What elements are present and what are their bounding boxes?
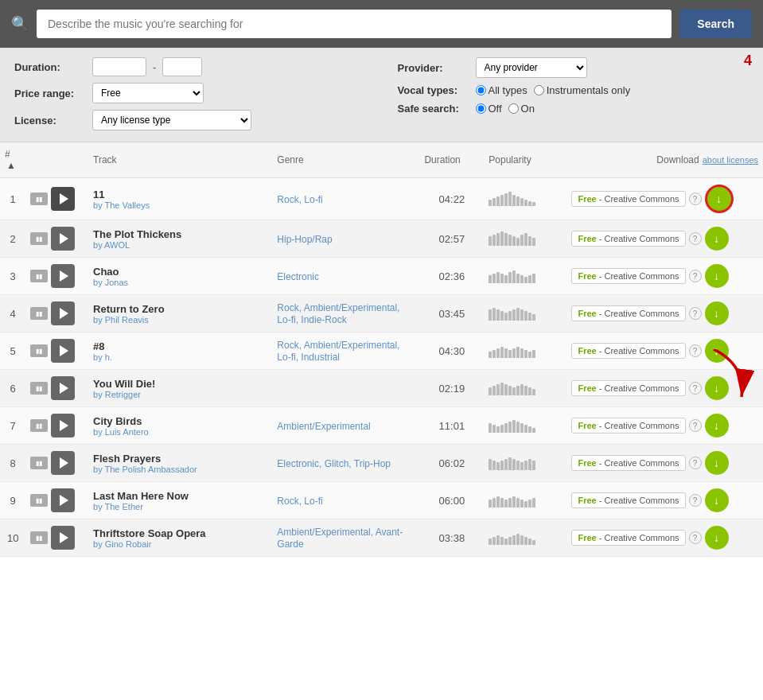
download-button[interactable]: ↓ xyxy=(705,301,729,325)
track-name[interactable]: Thriftstore Soap Opera xyxy=(93,527,267,539)
track-artist[interactable]: by h. xyxy=(93,352,267,362)
col-header-duration[interactable]: Duration xyxy=(419,142,484,178)
license-help-icon[interactable]: ? xyxy=(689,192,702,205)
play-button[interactable] xyxy=(51,264,75,288)
duration-from-input[interactable]: 00:00 xyxy=(92,57,146,76)
download-button[interactable]: ↓ xyxy=(705,227,729,251)
license-help-icon[interactable]: ? xyxy=(689,494,702,507)
col-header-track[interactable]: Track xyxy=(88,142,272,178)
genre-link[interactable]: Rock, Ambient/Experimental, Lo-fi, Indus… xyxy=(277,340,399,363)
popularity-bars xyxy=(489,493,562,508)
track-artist[interactable]: by The Ether xyxy=(93,502,267,511)
genre-link[interactable]: Hip-Hop/Rap xyxy=(277,234,332,245)
download-button[interactable]: ↓ xyxy=(705,339,729,363)
track-artist[interactable]: by Jonas xyxy=(93,278,267,287)
genre-link[interactable]: Rock, Lo-fi xyxy=(277,194,322,205)
track-name[interactable]: #8 xyxy=(93,340,267,352)
license-cell: Free - Creative Commons ? ↓ xyxy=(571,185,760,213)
vocal-instrumentals-option[interactable]: Instrumentals only xyxy=(534,84,631,96)
table-row: 4 ▮▮ Return to Zero by Phil ReavisRock, … xyxy=(0,295,763,332)
col-header-popularity[interactable]: Popularity xyxy=(484,142,566,178)
safe-search-off-radio[interactable] xyxy=(476,103,486,114)
safe-search-on-option[interactable]: On xyxy=(508,103,535,115)
track-artist[interactable]: by Phil Reavis xyxy=(93,315,267,325)
genre-link[interactable]: Rock, Lo-fi xyxy=(277,496,322,507)
row-icons-cell: ▮▮ xyxy=(25,258,88,295)
genre-link[interactable]: Electronic xyxy=(277,271,319,282)
download-button[interactable]: ↓ xyxy=(705,451,729,475)
license-help-icon[interactable]: ? xyxy=(689,419,702,432)
duration-to-input[interactable]: MAX xyxy=(162,57,202,76)
download-button[interactable]: ↓ xyxy=(705,376,729,400)
duration-label: Duration: xyxy=(14,61,86,73)
popularity-bar xyxy=(520,235,524,246)
track-name[interactable]: 11 xyxy=(93,189,267,200)
download-button[interactable]: ↓ xyxy=(705,414,729,438)
vocal-all-radio[interactable] xyxy=(476,85,486,95)
col-header-num[interactable]: # ▲ xyxy=(0,142,25,178)
license-help-icon[interactable]: ? xyxy=(689,232,702,245)
vocal-instrumentals-radio[interactable] xyxy=(534,85,544,95)
download-button[interactable]: ↓ xyxy=(705,264,729,288)
row-genre-cell: Rock, Lo-fi xyxy=(272,178,419,220)
download-button[interactable]: ↓ xyxy=(705,488,729,512)
license-help-icon[interactable]: ? xyxy=(689,457,702,469)
play-button[interactable] xyxy=(51,227,75,251)
track-artist[interactable]: by AWOL xyxy=(93,240,267,250)
play-button[interactable] xyxy=(51,526,75,550)
license-free-label: Free xyxy=(578,194,596,204)
license-filter-row: License: Any license type Creative Commo… xyxy=(14,110,366,130)
play-button[interactable] xyxy=(51,488,75,512)
row-track-cell: Return to Zero by Phil Reavis xyxy=(88,295,272,332)
price-select[interactable]: Free Any price Premium xyxy=(92,83,204,103)
popularity-bar xyxy=(496,233,500,246)
play-button[interactable] xyxy=(51,301,75,325)
track-artist[interactable]: by Gino Robair xyxy=(93,539,267,549)
row-duration-cell: 03:38 xyxy=(419,519,484,557)
safe-search-off-option[interactable]: Off xyxy=(476,103,502,115)
price-filter-row: Price range: Free Any price Premium xyxy=(14,83,366,103)
track-name[interactable]: City Birds xyxy=(93,415,267,427)
license-help-icon[interactable]: ? xyxy=(689,531,702,544)
track-name[interactable]: The Plot Thickens xyxy=(93,228,267,240)
genre-link[interactable]: Ambient/Experimental, Avant-Garde xyxy=(277,527,403,550)
provider-select[interactable]: Any provider ccMixter Free Music Archive xyxy=(476,57,587,78)
license-help-icon[interactable]: ? xyxy=(689,270,702,282)
play-button[interactable] xyxy=(51,376,75,400)
play-button[interactable] xyxy=(51,339,75,363)
track-name[interactable]: Chao xyxy=(93,266,267,278)
download-button[interactable]: ↓ xyxy=(705,185,734,213)
row-genre-cell: Electronic xyxy=(272,258,419,295)
license-help-icon[interactable]: ? xyxy=(689,382,702,395)
search-button[interactable]: Search xyxy=(679,10,752,38)
popularity-bar xyxy=(492,198,496,206)
download-button[interactable]: ↓ xyxy=(705,526,729,550)
col-header-genre[interactable]: Genre xyxy=(272,142,419,178)
vocal-all-option[interactable]: All types xyxy=(476,84,527,96)
track-artist[interactable]: by The Polish Ambassador xyxy=(93,465,267,474)
popularity-bar xyxy=(520,535,524,545)
track-artist[interactable]: by Luis Antero xyxy=(93,427,267,437)
popularity-bar xyxy=(489,200,492,206)
row-icons-cell: ▮▮ xyxy=(25,482,88,519)
track-artist[interactable]: by Retrigger xyxy=(93,390,267,399)
popularity-bar xyxy=(528,275,531,283)
track-name[interactable]: Last Man Here Now xyxy=(93,490,267,502)
track-name[interactable]: Return to Zero xyxy=(93,303,267,315)
safe-search-on-radio[interactable] xyxy=(508,103,519,114)
track-artist[interactable]: by The Valleys xyxy=(93,200,267,210)
play-button[interactable] xyxy=(51,414,75,438)
license-select[interactable]: Any license type Creative Commons Standa… xyxy=(92,110,251,130)
search-input[interactable] xyxy=(37,10,672,38)
track-name[interactable]: You Will Die! xyxy=(93,378,267,390)
safe-search-radio-group: Off On xyxy=(476,103,535,115)
genre-link[interactable]: Rock, Ambient/Experimental, Lo-fi, Indie… xyxy=(277,302,399,325)
genre-link[interactable]: Ambient/Experimental xyxy=(277,421,370,432)
genre-link[interactable]: Electronic, Glitch, Trip-Hop xyxy=(277,458,391,469)
about-licenses-link[interactable]: about licenses xyxy=(703,155,758,165)
license-help-icon[interactable]: ? xyxy=(689,307,702,320)
license-help-icon[interactable]: ? xyxy=(689,344,702,357)
play-button[interactable] xyxy=(51,451,75,475)
play-button[interactable] xyxy=(51,187,75,211)
track-name[interactable]: Flesh Prayers xyxy=(93,453,267,465)
